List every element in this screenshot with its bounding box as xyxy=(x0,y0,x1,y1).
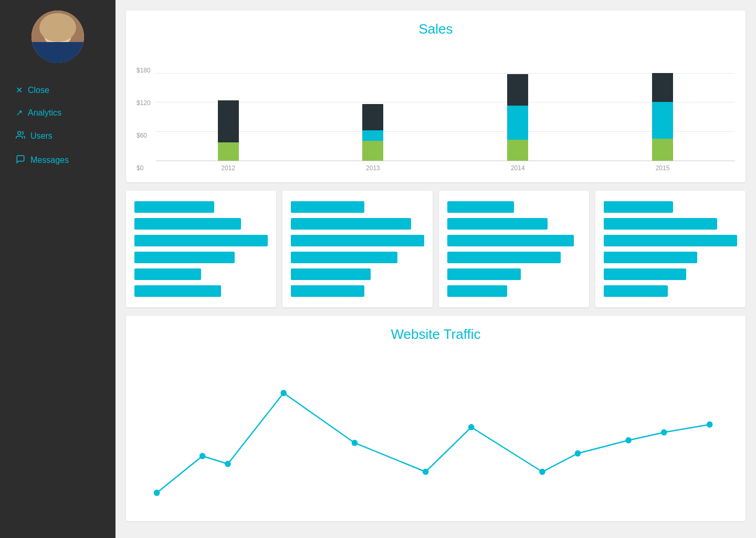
sidebar-item-close[interactable]: ✕ Close xyxy=(0,79,85,101)
horiz-bar-3-6 xyxy=(447,285,507,297)
traffic-line xyxy=(157,393,710,493)
traffic-point-0 xyxy=(154,490,160,496)
horiz-bar-4-1 xyxy=(604,201,673,213)
avatar-wrap xyxy=(0,11,116,63)
horiz-bar-4-3 xyxy=(604,235,737,246)
horiz-bar-3-2 xyxy=(447,218,548,230)
sales-chart: $0 $60 $120 $180 xyxy=(136,46,735,172)
horiz-bar-2-6 xyxy=(291,285,364,297)
horiz-bar-1-3 xyxy=(134,235,268,246)
svg-point-3 xyxy=(44,14,71,26)
traffic-point-4 xyxy=(352,440,358,446)
users-icon xyxy=(16,130,25,142)
main-content: Sales $0 $60 $120 $180 xyxy=(116,0,756,538)
bar-2015 xyxy=(652,73,673,161)
traffic-point-6 xyxy=(468,424,475,430)
horiz-bar-card-2 xyxy=(282,191,433,307)
y-label-120: $120 xyxy=(136,99,151,107)
horiz-bar-4-5 xyxy=(604,268,686,280)
traffic-chart-title: Website Traffic xyxy=(136,326,735,343)
horiz-bar-4-6 xyxy=(604,285,668,297)
sidebar-close-label: Close xyxy=(28,86,49,95)
svg-marker-8 xyxy=(56,50,60,53)
bar-green-2014 xyxy=(507,140,528,161)
horiz-bar-4-4 xyxy=(604,252,697,263)
svg-point-0 xyxy=(32,11,84,63)
horiz-bar-2-3 xyxy=(291,235,424,246)
bars-area: 2012 2013 2014 2015 xyxy=(156,73,735,172)
x-label-2015: 2015 xyxy=(656,164,670,172)
bar-cyan-2013 xyxy=(362,130,383,141)
traffic-line-svg xyxy=(136,351,735,509)
horiz-bar-2-5 xyxy=(291,268,371,280)
bar-cyan-2014 xyxy=(507,106,528,140)
traffic-chart-card: Website Traffic xyxy=(126,316,746,521)
sidebar-users-label: Users xyxy=(30,131,52,141)
svg-marker-5 xyxy=(42,48,58,60)
bar-dark-2012 xyxy=(218,100,239,142)
horiz-bar-1-6 xyxy=(134,285,221,297)
bar-cyan-2015 xyxy=(652,102,673,139)
traffic-point-5 xyxy=(423,469,429,475)
sales-chart-card: Sales $0 $60 $120 $180 xyxy=(126,11,746,182)
horiz-bar-2-4 xyxy=(291,252,397,263)
horiz-bar-3-1 xyxy=(447,201,514,213)
messages-icon xyxy=(16,154,25,166)
sidebar-analytics-label: Analytics xyxy=(28,108,61,118)
bar-2013 xyxy=(362,104,383,161)
horiz-bar-grid xyxy=(126,191,746,307)
y-axis: $0 $60 $120 $180 xyxy=(136,67,156,172)
traffic-point-1 xyxy=(200,453,206,459)
analytics-icon: ↗ xyxy=(16,108,23,118)
traffic-point-10 xyxy=(661,429,667,436)
close-icon: ✕ xyxy=(16,85,23,95)
bar-dark-2015 xyxy=(652,73,673,102)
horiz-bar-1-1 xyxy=(134,201,214,213)
svg-point-4 xyxy=(47,21,68,44)
traffic-point-11 xyxy=(707,421,713,428)
horiz-bar-3-4 xyxy=(447,252,561,263)
horiz-bar-card-1 xyxy=(126,191,276,307)
bar-dark-2014 xyxy=(507,74,528,106)
svg-point-2 xyxy=(43,16,72,47)
bar-stack-2014 xyxy=(507,74,528,161)
bar-green-2015 xyxy=(652,139,673,161)
bar-2012 xyxy=(218,100,239,161)
svg-marker-7 xyxy=(57,50,59,58)
bar-green-2012 xyxy=(218,142,239,161)
horiz-bar-card-4 xyxy=(595,191,746,307)
horiz-bar-3-5 xyxy=(447,268,521,280)
avatar xyxy=(32,11,84,63)
y-label-60: $60 xyxy=(136,132,151,139)
sales-chart-title: Sales xyxy=(136,21,735,37)
sales-grid xyxy=(156,73,735,161)
horiz-bar-3-3 xyxy=(447,235,574,246)
bar-dark-2013 xyxy=(362,104,383,130)
bar-green-2013 xyxy=(362,141,383,161)
sidebar-messages-label: Messages xyxy=(30,156,69,165)
horiz-bar-2-1 xyxy=(291,201,364,213)
horiz-bar-4-2 xyxy=(604,218,717,230)
traffic-point-2 xyxy=(225,461,231,467)
sidebar-item-messages[interactable]: Messages xyxy=(0,148,85,172)
horiz-bar-1-2 xyxy=(134,218,241,230)
svg-point-9 xyxy=(18,131,21,134)
horiz-bar-1-5 xyxy=(134,268,201,280)
svg-marker-6 xyxy=(58,48,74,60)
traffic-point-7 xyxy=(539,469,545,475)
y-label-0: $0 xyxy=(136,164,151,172)
sidebar-item-analytics[interactable]: ↗ Analytics xyxy=(0,101,85,124)
bar-stack-2012 xyxy=(218,100,239,161)
sidebar-item-users[interactable]: Users xyxy=(0,124,85,148)
horiz-bar-1-4 xyxy=(134,252,235,263)
x-label-2012: 2012 xyxy=(221,164,235,172)
bar-stack-2015 xyxy=(652,73,673,161)
y-label-180: $180 xyxy=(136,67,151,74)
x-label-2013: 2013 xyxy=(366,164,380,172)
sidebar-nav: ✕ Close ↗ Analytics Users xyxy=(0,79,85,172)
traffic-point-8 xyxy=(575,450,581,457)
horiz-bar-2-2 xyxy=(291,218,411,230)
x-label-2014: 2014 xyxy=(511,164,525,172)
svg-point-1 xyxy=(39,45,76,63)
bars-row xyxy=(156,73,735,161)
